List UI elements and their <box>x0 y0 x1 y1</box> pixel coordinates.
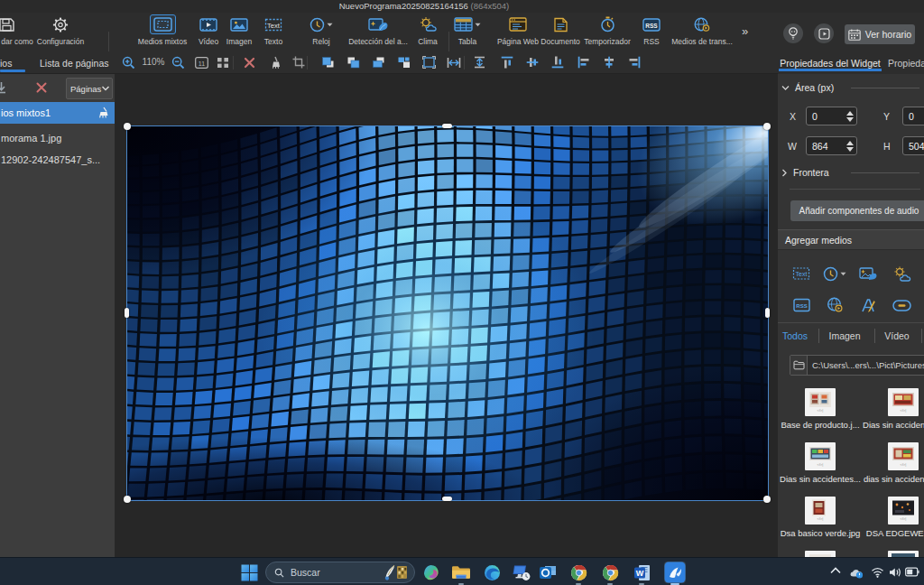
align-top-button[interactable] <box>499 54 515 70</box>
start-button[interactable] <box>241 564 258 585</box>
page-list-item[interactable]: 12902-242487547_s... <box>0 149 115 171</box>
media-path-bar[interactable]: C:\Users\...ers\...\Pict\Pictures <box>790 355 924 376</box>
wordart-widget-button[interactable] <box>856 295 880 315</box>
toolbar-item-label: Configuración <box>37 37 84 46</box>
tab-page-list-label: Lista de páginas <box>40 58 108 69</box>
taskbar-app-explorer[interactable] <box>450 562 472 583</box>
align-bottom-button[interactable] <box>550 54 566 70</box>
w-input[interactable]: 864 <box>806 136 857 155</box>
taskbar-app-outlook[interactable] <box>537 562 559 583</box>
folder-icon[interactable] <box>790 356 808 375</box>
taskbar-app-word[interactable]: W <box>631 562 652 583</box>
clean-button[interactable] <box>266 54 282 70</box>
taskbar-app-m365[interactable] <box>420 562 441 583</box>
handle-bottom-left[interactable] <box>124 496 131 503</box>
stage-widget[interactable] <box>127 126 768 500</box>
taskbar-app-remote-monitor[interactable] <box>511 562 532 583</box>
add-media-section-header: Agregar medios <box>778 229 924 250</box>
svg-text:Text: Text <box>796 271 808 277</box>
tab-page-properties[interactable]: Propiedades de página <box>888 51 924 74</box>
tray-wifi-icon[interactable] <box>871 567 884 578</box>
tray-chevron-up-icon[interactable] <box>830 567 841 574</box>
move-down-icon[interactable] <box>0 81 7 98</box>
suggestions-button[interactable] <box>783 23 803 43</box>
area-section-header[interactable]: Área (px) <box>781 82 834 93</box>
media-thumbnail[interactable]: <f>| <box>805 388 836 416</box>
add-audio-button[interactable]: Añadir componentes de audio <box>790 200 924 221</box>
widget-properties-panel: Área (px) X 0 Y 0 W 864 H 504 Frontera A… <box>778 74 924 557</box>
delete-button[interactable] <box>241 54 257 70</box>
view-schedule-button[interactable]: Ver horario <box>845 24 915 44</box>
one-to-one-button[interactable]: 11 <box>193 54 209 70</box>
handle-bottom-center[interactable] <box>442 497 452 501</box>
tray-onedrive-icon[interactable] <box>849 567 864 579</box>
align-left-button[interactable] <box>576 54 592 70</box>
send-to-back-button[interactable] <box>345 54 361 70</box>
preview-button[interactable] <box>814 23 834 43</box>
zoom-in-button[interactable] <box>120 54 136 70</box>
media-thumbnail[interactable]: <f>| <box>888 497 919 525</box>
handle-middle-left[interactable] <box>125 308 129 318</box>
handle-top-center[interactable] <box>442 124 452 128</box>
delete-page-icon[interactable] <box>35 81 48 98</box>
border-section-header[interactable]: Frontera <box>781 167 829 178</box>
align-middle-button[interactable] <box>524 54 541 70</box>
library-tab-label: Vídeo <box>884 330 909 341</box>
toolbar-overflow-button[interactable]: » <box>742 24 747 38</box>
canvas-area[interactable] <box>115 74 778 557</box>
taskbar-app-signage-app[interactable] <box>664 562 686 583</box>
taskbar-app-edge[interactable] <box>481 562 503 583</box>
media-thumbnail[interactable]: <f>| <box>888 442 919 470</box>
brush-icon[interactable] <box>97 107 109 120</box>
page-list-item[interactable]: morama 1.jpg <box>0 127 115 149</box>
taskbar-app-chrome[interactable] <box>599 562 621 583</box>
fit-window-button[interactable] <box>215 54 231 70</box>
page-list-item-label: morama 1.jpg <box>0 133 61 144</box>
send-backward-button[interactable] <box>395 54 411 70</box>
web-media-widget-button[interactable] <box>823 295 846 315</box>
pages-dropdown-label: Páginas <box>70 84 101 94</box>
image-widget-button[interactable] <box>856 264 880 283</box>
toolbar-item-settings[interactable]: Configuración <box>11 14 110 51</box>
library-tab-imagen[interactable]: Imagen <box>823 326 866 346</box>
handle-top-left[interactable] <box>124 123 131 130</box>
stretch-vertical-button[interactable] <box>471 54 487 70</box>
crop-button[interactable] <box>291 54 307 70</box>
tab-page-list[interactable]: Lista de páginas <box>40 51 103 74</box>
bring-forward-button[interactable] <box>370 54 386 70</box>
y-input[interactable]: 0 <box>902 107 924 125</box>
media-thumbnail[interactable]: <f>| <box>888 388 919 416</box>
pages-dropdown[interactable]: Páginas <box>66 78 113 99</box>
library-tab-vídeo[interactable]: Vídeo <box>877 326 917 346</box>
x-input[interactable]: 0 <box>806 107 857 125</box>
text-widget-button[interactable]: Text <box>790 264 813 283</box>
align-center-button[interactable] <box>601 54 617 70</box>
handle-middle-right[interactable] <box>765 308 770 318</box>
clock-widget-button[interactable] <box>823 264 846 283</box>
tray-battery-icon[interactable] <box>905 567 919 577</box>
tray-volume-icon[interactable] <box>889 567 902 578</box>
button-widget-button[interactable] <box>890 295 913 315</box>
toolbar-separator <box>307 56 308 70</box>
toolbar-separator <box>233 56 234 70</box>
handle-top-right[interactable] <box>763 123 771 130</box>
media-thumbnail[interactable]: <f>| <box>805 442 836 470</box>
page-list-panel: Páginas ios mixtos1 morama 1.jpg 12902-2… <box>0 74 115 557</box>
y-value: 0 <box>909 111 914 122</box>
h-input[interactable]: 504 <box>902 136 924 155</box>
library-tab-todos[interactable]: Todos <box>774 326 816 346</box>
stretch-horizontal-button[interactable] <box>446 54 462 70</box>
taskbar-app-chrome[interactable] <box>568 562 589 583</box>
handle-bottom-right[interactable] <box>763 496 771 503</box>
bring-to-front-button[interactable] <box>319 54 336 70</box>
media-thumbnail[interactable]: <f>| <box>805 497 836 525</box>
toolbar-item-streaming[interactable]: Medios de trans... <box>652 14 752 51</box>
search-placeholder: Buscar <box>291 567 382 578</box>
taskbar-search[interactable]: Buscar <box>265 562 415 583</box>
weather-widget-button[interactable] <box>890 264 913 283</box>
rss-widget-button[interactable]: RSS <box>790 295 813 315</box>
page-list-item[interactable]: ios mixtos1 <box>0 102 115 124</box>
align-right-button[interactable] <box>626 54 642 70</box>
stretch-fill-button[interactable] <box>420 54 437 70</box>
zoom-out-button[interactable] <box>170 54 186 70</box>
